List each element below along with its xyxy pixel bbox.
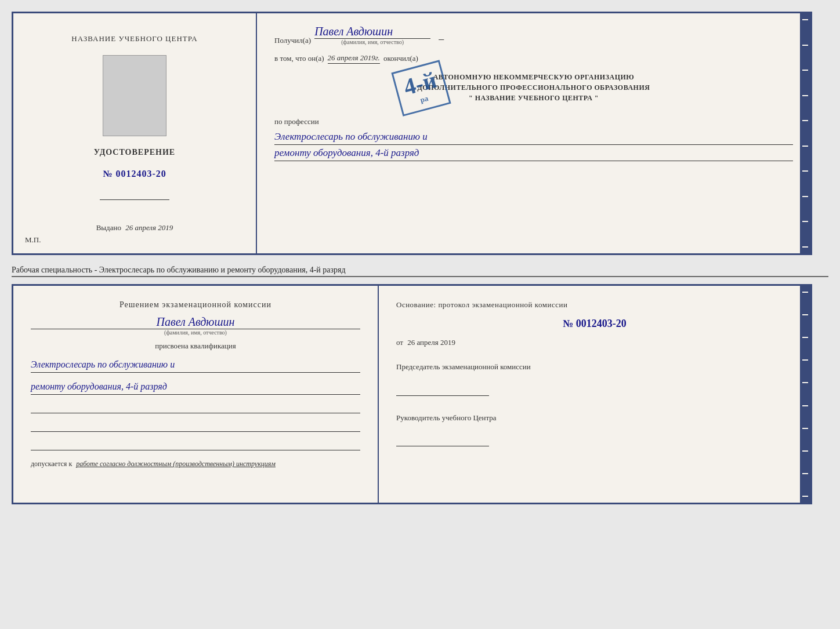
vtom-line: в том, что он(а) 26 апреля 2019г. окончи… [274, 53, 793, 64]
qual-line1: Электрослесарь по обслуживанию и [31, 357, 360, 373]
recipient-subtitle: (фамилия, имя, отчество) [314, 39, 430, 45]
assigned-label: присвоена квалификация [31, 341, 360, 351]
vtom-date: 26 апреля 2019г. [328, 53, 380, 64]
profession-label: по профессии [274, 117, 793, 126]
blank-line-3 [31, 438, 360, 450]
basis-date-prefix: от [396, 338, 403, 347]
org-title-block: АВТОНОМНУЮ НЕКОММЕРЧЕСКУЮ ОРГАНИЗАЦИЮ ДО… [274, 72, 793, 103]
qual-line2: ремонту оборудования, 4-й разряд [31, 379, 360, 395]
org-line3: " НАЗВАНИЕ УЧЕБНОГО ЦЕНТРА " [274, 93, 793, 103]
vtom-okonchil: окончил(а) [383, 54, 418, 63]
mp-label: М.П. [25, 235, 41, 245]
profession-line2: ремонту оборудования, 4-й разряд [274, 145, 793, 161]
org-line1: АВТОНОМНУЮ НЕКОММЕРЧЕСКУЮ ОРГАНИЗАЦИЮ [274, 72, 793, 82]
vtom-prefix: в том, что он(а) [274, 54, 324, 63]
basis-date-val: 26 апреля 2019 [407, 338, 455, 347]
person-name-large: Павел Авдюшин [31, 315, 360, 329]
basis-date: от 26 апреля 2019 [396, 338, 793, 347]
allowed-value: работе согласно должностным (производств… [76, 460, 276, 468]
right-spine-top [800, 13, 810, 253]
basis-title: Основание: протокол экзаменационной коми… [396, 300, 793, 310]
allowed-prefix: допускается к [31, 460, 72, 468]
bottom-doc-left: Решением экзаменационной комиссии Павел … [13, 286, 379, 503]
top-doc-right: Получил(a) Павел Авдюшин (фамилия, имя, … [257, 13, 810, 253]
chairman-label: Председатель экзаменационной комиссии [396, 361, 793, 373]
recipient-name: Павел Авдюшин [314, 25, 430, 39]
recipient-line: Получил(a) Павел Авдюшин (фамилия, имя, … [274, 25, 793, 45]
right-spine-bottom [800, 286, 810, 503]
profession-section: по профессии Электрослесарь по обслужива… [274, 117, 793, 161]
top-doc-left: НАЗВАНИЕ УЧЕБНОГО ЦЕНТРА УДОСТОВЕРЕНИЕ №… [13, 13, 257, 253]
issued-date: 26 апреля 2019 [125, 223, 173, 232]
decision-title: Решением экзаменационной комиссии [31, 300, 360, 310]
separator-text: Рабочая специальность - Электрослесарь п… [12, 262, 828, 277]
photo-placeholder [103, 55, 166, 136]
blank-line-2 [31, 419, 360, 432]
cert-number: № 0012403-20 [103, 169, 166, 179]
director-label: Руководитель учебного Центра [396, 412, 793, 424]
blank-line-1 [31, 401, 360, 413]
bottom-document: Решением экзаменационной комиссии Павел … [12, 284, 812, 504]
basis-number: № 0012403-20 [396, 318, 793, 330]
profession-line1: Электрослесарь по обслуживанию и [274, 129, 793, 145]
director-sign-line [396, 435, 489, 446]
person-subtitle: (фамилия, имя, отчество) [31, 329, 360, 336]
recipient-prefix: Получил(a) [274, 36, 311, 45]
bottom-doc-right: Основание: протокол экзаменационной коми… [379, 286, 810, 503]
chairman-sign-line [396, 384, 489, 396]
issued-line: Выдано 26 апреля 2019 [96, 223, 173, 232]
issued-label: Выдано [96, 223, 121, 232]
top-document: НАЗВАНИЕ УЧЕБНОГО ЦЕНТРА УДОСТОВЕРЕНИЕ №… [12, 12, 812, 255]
top-center-title: НАЗВАНИЕ УЧЕБНОГО ЦЕНТРА [71, 34, 197, 43]
allowed-label: допускается к работе согласно должностны… [31, 460, 360, 468]
cert-label: УДОСТОВЕРЕНИЕ [94, 148, 175, 157]
org-line2: ДОПОЛНИТЕЛЬНОГО ПРОФЕССИОНАЛЬНОГО ОБРАЗО… [274, 82, 793, 93]
